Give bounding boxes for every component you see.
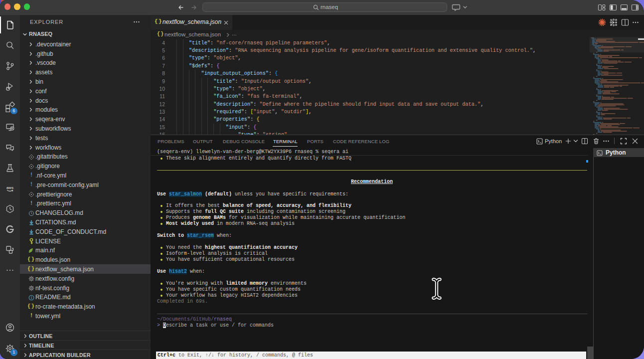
svg-text:aws: aws: [6, 185, 13, 190]
